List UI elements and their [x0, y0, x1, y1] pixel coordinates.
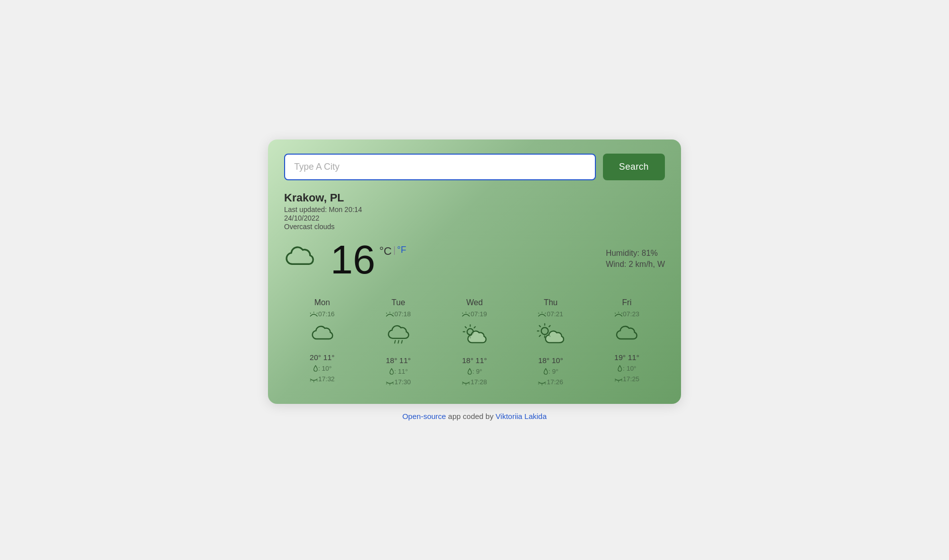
city-search-input[interactable] [284, 154, 596, 180]
last-updated: Last updated: Mon 20:14 [284, 205, 665, 214]
forecast-temps: 20° 11° [310, 353, 335, 362]
forecast-precip: : 11° [389, 368, 408, 376]
current-temp-block: 16 °C | °F [330, 240, 406, 280]
forecast-day-name: Thu [544, 298, 558, 307]
svg-line-28 [538, 313, 539, 313]
svg-point-30 [541, 327, 549, 334]
forecast-precip: : 9° [543, 368, 559, 376]
svg-line-42 [615, 313, 615, 313]
forecast-weather-icon [386, 323, 411, 351]
svg-line-16 [462, 313, 463, 313]
svg-line-37 [539, 335, 540, 336]
forecast-day-name: Tue [391, 298, 405, 307]
forecast-day: Tue07:18 18° 11°: 11°17:30 [360, 294, 436, 390]
svg-line-34 [539, 325, 540, 326]
svg-line-26 [469, 383, 469, 384]
city-name: Krakow, PL [284, 191, 665, 204]
forecast-precip: : 10° [313, 365, 332, 373]
sunrise-time: 07:21 [538, 310, 563, 318]
forecast-day: Wed07:19 18° 11°: 9°17:28 [436, 294, 512, 390]
unit-separator: | [393, 245, 396, 255]
svg-line-9 [394, 340, 395, 343]
sunrise-time: 07:18 [386, 310, 411, 318]
svg-line-35 [549, 325, 550, 326]
forecast-temps: 19° 11° [615, 353, 640, 362]
temp-units: °C | °F [379, 245, 406, 258]
svg-line-14 [393, 383, 393, 384]
sunset-time: 17:32 [310, 375, 335, 383]
forecast-temps: 18° 11° [386, 356, 411, 365]
current-weather: 16 °C | °F Humidity: 81% Wind: 2 km/h, W [284, 240, 665, 280]
fahrenheit-unit[interactable]: °F [397, 245, 406, 255]
current-temperature: 16 [330, 240, 375, 280]
sunset-time: 17:28 [462, 378, 487, 386]
forecast-temps: 18° 11° [462, 356, 487, 365]
search-button[interactable]: Search [603, 154, 665, 180]
forecast-day-name: Mon [314, 298, 330, 307]
sunrise-time: 07:23 [615, 310, 640, 318]
app-wrapper: Search Krakow, PL Last updated: Mon 20:1… [268, 139, 681, 421]
author-link[interactable]: Viktoriia Lakida [496, 412, 547, 421]
svg-line-45 [615, 380, 615, 381]
svg-line-13 [386, 383, 387, 384]
sunset-time: 17:26 [538, 378, 563, 386]
sunset-time: 17:30 [386, 378, 411, 386]
svg-line-11 [401, 340, 402, 343]
svg-line-1 [310, 313, 311, 313]
svg-line-29 [545, 313, 546, 313]
current-details: Humidity: 81% Wind: 2 km/h, W [606, 249, 665, 271]
svg-line-22 [465, 327, 466, 328]
svg-line-39 [538, 383, 539, 384]
svg-line-8 [393, 313, 393, 313]
search-row: Search [284, 154, 665, 180]
opensource-link[interactable]: Open-source [402, 412, 446, 421]
svg-line-17 [469, 313, 469, 313]
svg-line-5 [317, 380, 317, 381]
forecast-day: Thu07:21 18° 10°: 9°17:26 [513, 294, 589, 390]
forecast-weather-icon [461, 323, 488, 351]
current-weather-icon [284, 244, 316, 276]
forecast-day: Mon07:16 20° 11°: 10°17:32 [284, 294, 360, 390]
forecast-day-name: Wed [466, 298, 483, 307]
date-display: 24/10/2022 [284, 214, 665, 222]
wind-display: Wind: 2 km/h, W [606, 260, 665, 269]
forecast-grid: Mon07:16 20° 11°: 10°17:32Tue07:18 18° 1… [284, 294, 665, 390]
footer-static-text: app coded by [448, 412, 496, 421]
forecast-precip: : 10° [617, 365, 636, 373]
svg-line-4 [310, 380, 311, 381]
forecast-weather-icon [310, 323, 334, 348]
svg-line-43 [621, 313, 622, 313]
celsius-unit[interactable]: °C [379, 245, 392, 258]
forecast-day: Fri07:23 19° 11°: 10°17:25 [589, 294, 665, 390]
sunrise-time: 07:16 [310, 310, 335, 318]
weather-condition: Overcast clouds [284, 223, 665, 231]
svg-line-40 [545, 383, 546, 384]
footer: Open-source app coded by Viktoriia Lakid… [402, 412, 547, 421]
weather-card: Search Krakow, PL Last updated: Mon 20:1… [268, 139, 681, 404]
svg-line-7 [386, 313, 387, 313]
humidity-display: Humidity: 81% [606, 249, 665, 258]
svg-line-25 [462, 383, 463, 384]
sunset-time: 17:25 [615, 375, 640, 383]
forecast-precip: : 9° [467, 368, 483, 376]
svg-line-2 [317, 313, 317, 313]
forecast-weather-icon [615, 323, 639, 348]
sunrise-time: 07:19 [462, 310, 487, 318]
svg-line-46 [621, 380, 622, 381]
forecast-weather-icon [537, 323, 564, 351]
forecast-day-name: Fri [622, 298, 632, 307]
forecast-temps: 18° 10° [538, 356, 563, 365]
svg-line-10 [398, 340, 398, 343]
svg-line-23 [474, 327, 475, 328]
